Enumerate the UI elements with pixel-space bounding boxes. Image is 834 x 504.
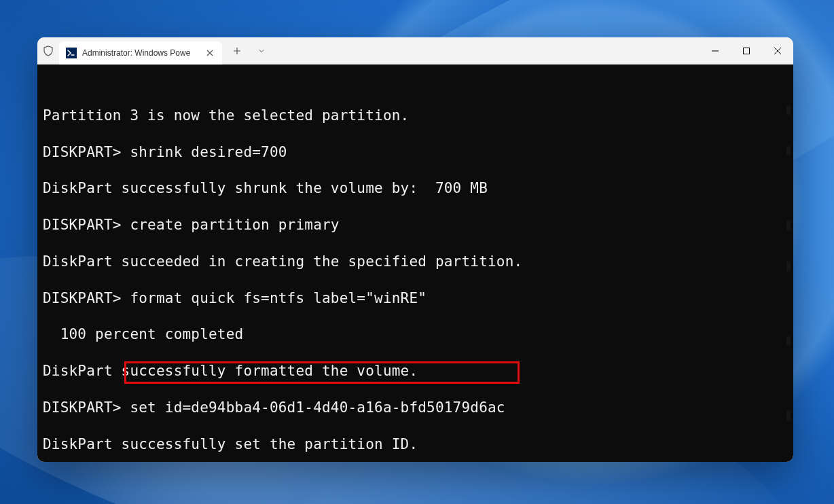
- tab-dropdown-button[interactable]: [249, 40, 274, 62]
- terminal-window: Administrator: Windows Powe: [37, 37, 793, 462]
- powershell-icon: [66, 48, 77, 58]
- tab-title: Administrator: Windows Powe: [82, 48, 199, 58]
- terminal-output: Partition 3 is now the selected partitio…: [43, 107, 788, 462]
- new-tab-button[interactable]: [225, 40, 249, 62]
- scrollbar[interactable]: [784, 65, 793, 462]
- tab-close-button[interactable]: [204, 48, 215, 58]
- tab-powershell[interactable]: Administrator: Windows Powe: [59, 41, 222, 65]
- shield-icon: [43, 46, 54, 56]
- minimize-button[interactable]: [700, 37, 731, 64]
- titlebar[interactable]: Administrator: Windows Powe: [37, 37, 793, 65]
- terminal-body[interactable]: Partition 3 is now the selected partitio…: [37, 65, 793, 462]
- admin-shield-area: [37, 37, 59, 64]
- close-button[interactable]: [762, 37, 793, 64]
- maximize-button[interactable]: [731, 37, 762, 64]
- titlebar-drag-area[interactable]: [274, 37, 700, 64]
- svg-rect-1: [744, 48, 750, 54]
